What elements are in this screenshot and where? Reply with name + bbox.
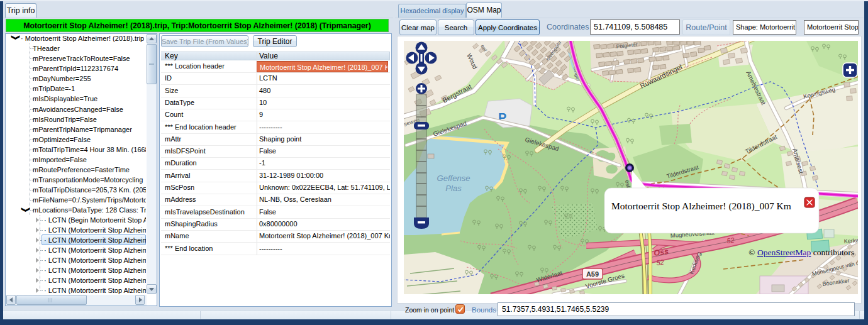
svg-text:Kerkw: Kerkw — [843, 237, 858, 245]
svg-text:A59: A59 — [586, 270, 599, 278]
svg-text:Plas: Plas — [445, 184, 462, 193]
svg-text:Motortoerrit Stop Alzheimer! (: Motortoerrit Stop Alzheimer! (2018)_007 … — [611, 201, 791, 212]
svg-text:© OpenStreetMap contributors: © OpenStreetMap contributors — [748, 248, 854, 257]
svg-text:52: 52 — [726, 236, 735, 245]
svg-text:52: 52 — [656, 258, 665, 267]
svg-text:Geffense: Geffense — [437, 174, 470, 183]
